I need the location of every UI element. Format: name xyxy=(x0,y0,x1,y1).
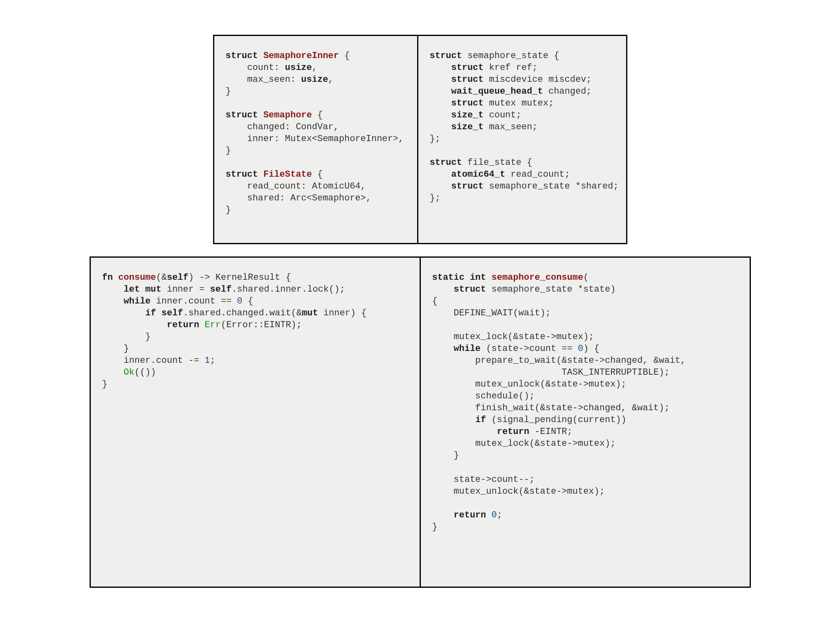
code-text: file_state { xyxy=(462,157,532,168)
code-text xyxy=(430,169,451,180)
code-box-rust-structs: struct SemaphoreInner { count: usize, ma… xyxy=(213,35,418,244)
code-text: ( xyxy=(583,272,588,283)
code-text: changed: CondVar, xyxy=(226,122,339,132)
code-token-ty: consume xyxy=(118,272,156,283)
code-token-num: 1 xyxy=(204,355,210,366)
code-token-ty: SemaphoreInner xyxy=(263,51,339,61)
code-text xyxy=(486,510,492,520)
code-text: , xyxy=(312,63,317,73)
code-line: DEFINE_WAIT(wait); xyxy=(432,307,738,319)
code-text: inner.count == xyxy=(150,296,237,306)
code-text: ) { xyxy=(583,344,600,354)
code-text xyxy=(430,122,451,132)
code-token-kw: struct xyxy=(451,63,483,73)
code-text: ) -> KernelResult { xyxy=(189,272,291,283)
code-text: { xyxy=(339,51,350,61)
code-line: while inner.count == 0 { xyxy=(102,295,408,307)
code-text: ; xyxy=(210,355,216,366)
code-token-ok: Ok xyxy=(124,367,134,378)
code-token-kw: if self xyxy=(145,308,183,318)
code-text xyxy=(430,181,451,191)
code-token-kw: static int xyxy=(432,272,486,283)
code-line: inner.count -= 1; xyxy=(102,355,408,366)
code-token-kw: self xyxy=(210,284,232,295)
code-text: inner) { xyxy=(318,308,367,318)
code-token-num: 0 xyxy=(578,344,583,354)
code-line: count: usize, xyxy=(226,62,406,74)
code-token-err: Err xyxy=(204,320,221,330)
code-text: { xyxy=(243,296,253,306)
code-token-kw: atomic64_t xyxy=(451,169,505,180)
code-line: if (signal_pending(current)) xyxy=(432,414,738,426)
code-line: mutex_lock(&state->mutex); xyxy=(432,331,738,343)
code-line: } xyxy=(432,521,738,533)
code-text: { xyxy=(312,169,323,180)
code-text xyxy=(258,110,263,120)
code-text: read_count; xyxy=(505,169,570,180)
code-text: } xyxy=(226,146,231,156)
code-line xyxy=(432,319,738,331)
code-box-c-consume: static int semaphore_consume( struct sem… xyxy=(420,256,751,588)
code-text: semaphore_state { xyxy=(462,51,559,61)
code-line xyxy=(226,157,406,169)
code-line: } xyxy=(102,343,408,355)
code-text: count: xyxy=(226,63,285,73)
code-box-rust-consume: fn consume(&self) -> KernelResult { let … xyxy=(90,256,421,588)
code-text: miscdevice miscdev; xyxy=(484,74,592,85)
code-text: TASK_INTERRUPTIBLE); xyxy=(432,367,670,378)
code-token-kw: struct xyxy=(454,284,486,295)
code-token-ty: Semaphore xyxy=(263,110,312,120)
code-line: { xyxy=(432,295,738,307)
code-text xyxy=(258,169,263,180)
code-token-kw: self xyxy=(167,272,189,283)
code-line xyxy=(226,97,406,109)
code-text: mutex mutex; xyxy=(484,98,554,108)
code-text: shared: Arc<Semaphore>, xyxy=(226,193,371,203)
code-token-kw: usize xyxy=(301,74,328,85)
code-token-kw: return xyxy=(454,510,486,520)
code-text xyxy=(430,63,451,73)
code-line: Ok(()) xyxy=(102,366,408,378)
code-token-kw: return xyxy=(497,427,529,437)
code-box-c-structs: struct semaphore_state { struct kref ref… xyxy=(417,35,627,244)
code-line: }; xyxy=(430,192,615,204)
code-line: struct SemaphoreInner { xyxy=(226,50,406,62)
code-text xyxy=(430,98,451,108)
code-text: inner: Mutex<SemaphoreInner>, xyxy=(226,134,404,144)
code-text xyxy=(432,427,497,437)
code-line: if self.shared.changed.wait(&mut inner) … xyxy=(102,307,408,319)
code-line: struct semaphore_state { xyxy=(430,50,615,62)
code-token-kw: struct xyxy=(430,157,462,168)
code-text xyxy=(258,51,263,61)
code-token-kw: wait_queue_head_t xyxy=(451,86,543,97)
code-line: prepare_to_wait(&state->changed, &wait, xyxy=(432,355,738,366)
code-line: wait_queue_head_t changed; xyxy=(430,85,615,97)
code-text xyxy=(102,296,124,306)
code-text: .shared.inner.lock(); xyxy=(231,284,345,295)
top-row: struct SemaphoreInner { count: usize, ma… xyxy=(0,35,840,244)
code-text: { xyxy=(432,296,438,306)
code-text: (()) xyxy=(135,367,156,378)
code-token-kw: struct xyxy=(226,51,258,61)
code-line: struct semaphore_state *state) xyxy=(432,283,738,295)
code-text: semaphore_state *state) xyxy=(486,284,616,295)
code-token-kw: mut xyxy=(302,308,318,318)
code-text: (signal_pending(current)) xyxy=(486,415,627,425)
code-line: TASK_INTERRUPTIBLE); xyxy=(432,366,738,378)
code-line: } xyxy=(226,145,406,157)
code-line: struct semaphore_state *shared; xyxy=(430,180,615,192)
code-text xyxy=(102,320,167,330)
code-token-kw: struct xyxy=(430,51,462,61)
code-text xyxy=(432,284,454,295)
code-text: .shared.changed.wait(& xyxy=(183,308,302,318)
code-text: } xyxy=(102,332,151,342)
code-line: } xyxy=(102,331,408,343)
code-line: mutex_lock(&state->mutex); xyxy=(432,438,738,450)
code-line: atomic64_t read_count; xyxy=(430,169,615,180)
code-text: ; xyxy=(497,510,502,520)
code-line: } xyxy=(432,450,738,461)
code-line: }; xyxy=(430,133,615,145)
code-line: size_t max_seen; xyxy=(430,121,615,133)
code-token-kw: struct xyxy=(451,181,483,191)
code-token-num: 0 xyxy=(492,510,497,520)
